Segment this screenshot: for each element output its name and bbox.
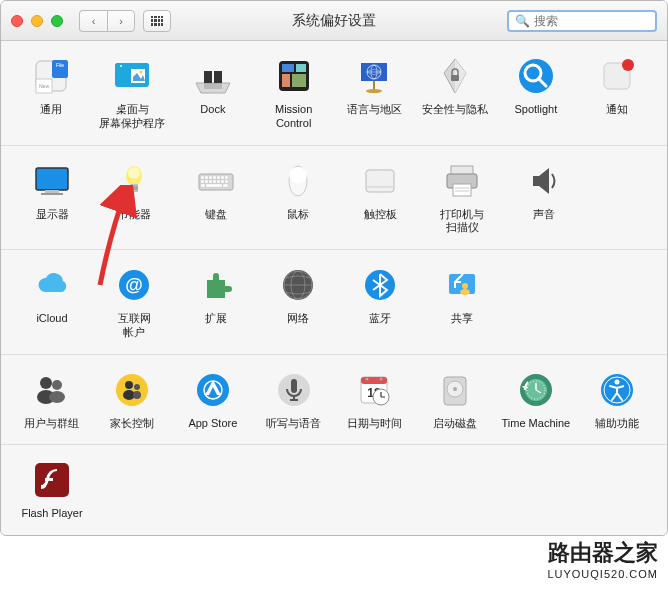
svg-rect-55 [206,184,222,187]
pref-label: 扩展 [205,312,227,326]
pref-mission-control[interactable]: Mission Control [253,55,334,131]
grid-icon [151,16,163,26]
pref-panel: FileNew通用 桌面与 屏幕保护程序 Dock Mission Contro… [1,41,667,535]
svg-point-81 [125,381,133,389]
svg-point-76 [40,377,52,389]
pref-security[interactable]: 安全性与隐私 [415,55,496,131]
pref-accessibility[interactable]: 辅助功能 [576,369,657,431]
pref-label: 鼠标 [287,208,309,222]
internet-accounts-icon: @ [113,264,155,306]
pref-users-groups[interactable]: 用户与群组 [11,369,92,431]
pref-date-time[interactable]: 18日期与时间 [334,369,415,431]
pref-mouse[interactable]: 鼠标 [257,160,339,236]
svg-rect-49 [209,180,212,183]
svg-point-80 [116,374,148,406]
svg-rect-43 [213,176,216,179]
search-field[interactable]: 🔍 ✕ [507,10,657,32]
pref-label: 听写与语音 [266,417,321,431]
pref-desktop[interactable]: 桌面与 屏幕保护程序 [92,55,173,131]
search-input[interactable] [534,14,668,28]
svg-point-7 [120,65,122,67]
network-icon [277,264,319,306]
svg-point-75 [460,289,470,295]
pref-row: 显示器 节能器 键盘 鼠标 触控板 打印机与 扫描仪 声音 [1,146,667,251]
pref-icloud[interactable]: iCloud [11,264,93,340]
accessibility-icon [596,369,638,411]
pref-energy-saver[interactable]: 节能器 [93,160,175,236]
notifications-icon [596,55,638,97]
pref-language-region[interactable]: 语言与地区 [334,55,415,131]
pref-parental-controls[interactable]: 家长控制 [92,369,173,431]
zoom-button[interactable] [51,15,63,27]
pref-label: 互联网 帐户 [118,312,151,340]
pref-sharing[interactable]: 共享 [421,264,503,340]
pref-label: 网络 [287,312,309,326]
pref-network[interactable]: 网络 [257,264,339,340]
close-button[interactable] [11,15,23,27]
pref-label: Mission Control [275,103,312,131]
minimize-button[interactable] [31,15,43,27]
svg-point-83 [134,384,140,390]
pref-app-store[interactable]: App Store [173,369,254,431]
language-icon [353,55,395,97]
svg-point-9 [140,71,143,74]
time-machine-icon [515,369,557,411]
show-all-button[interactable] [143,10,171,32]
pref-internet-accounts[interactable]: @互联网 帐户 [93,264,175,340]
parental-controls-icon [111,369,153,411]
back-button[interactable]: ‹ [79,10,107,32]
nav-buttons: ‹ › [79,10,171,32]
icloud-icon [31,264,73,306]
svg-point-58 [289,167,307,183]
svg-rect-53 [225,180,228,183]
svg-text:@: @ [125,275,143,295]
pref-startup-disk[interactable]: 启动磁盘 [415,369,496,431]
pref-flash-player[interactable]: Flash Player [11,459,93,521]
pref-dictation-speech[interactable]: 听写与语音 [253,369,334,431]
svg-point-74 [462,283,468,289]
svg-text:New: New [39,83,49,89]
pref-label: 家长控制 [110,417,154,431]
forward-button[interactable]: › [107,10,135,32]
pref-label: 打印机与 扫描仪 [440,208,484,236]
svg-rect-30 [36,168,68,190]
pref-label: 共享 [451,312,473,326]
pref-sound[interactable]: 声音 [503,160,585,236]
app-store-icon [192,369,234,411]
pref-label: 键盘 [205,208,227,222]
svg-rect-51 [217,180,220,183]
svg-point-84 [133,391,141,399]
svg-rect-44 [217,176,220,179]
pref-row: Flash Player [1,445,667,535]
svg-point-79 [49,391,65,403]
pref-label: iCloud [36,312,67,326]
pref-spotlight[interactable]: Spotlight [496,55,577,131]
pref-trackpad[interactable]: 触控板 [339,160,421,236]
pref-printers[interactable]: 打印机与 扫描仪 [421,160,503,236]
svg-rect-41 [205,176,208,179]
pref-dock[interactable]: Dock [173,55,254,131]
pref-general[interactable]: FileNew通用 [11,55,92,131]
dock-icon [192,55,234,97]
svg-rect-16 [282,74,290,87]
pref-bluetooth[interactable]: 蓝牙 [339,264,421,340]
system-preferences-window: ‹ › 系统偏好设置 🔍 ✕ FileNew通用 桌面与 屏幕保护程序 Dock… [0,0,668,536]
energy-saver-icon [113,160,155,202]
pref-label: 启动磁盘 [433,417,477,431]
bluetooth-icon [359,264,401,306]
sharing-icon [441,264,483,306]
titlebar: ‹ › 系统偏好设置 🔍 ✕ [1,1,667,41]
trackpad-icon [359,160,401,202]
pref-displays[interactable]: 显示器 [11,160,93,236]
search-icon: 🔍 [515,14,530,28]
pref-extensions[interactable]: 扩展 [175,264,257,340]
svg-rect-92 [361,377,387,384]
printers-icon [441,160,483,202]
spotlight-icon [515,55,557,97]
pref-keyboard[interactable]: 键盘 [175,160,257,236]
svg-rect-17 [292,74,306,87]
svg-point-35 [128,167,140,179]
pref-time-machine[interactable]: Time Machine [496,369,577,431]
pref-label: 日期与时间 [347,417,402,431]
pref-notifications[interactable]: 通知 [576,55,657,131]
